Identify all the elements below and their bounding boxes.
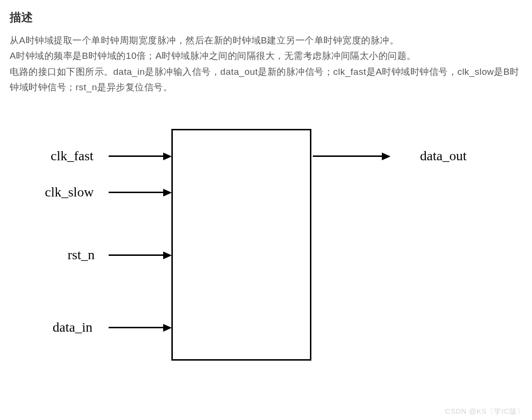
- label-clk-fast: clk_fast: [51, 148, 94, 164]
- arrow-rst-n-head: [163, 252, 172, 259]
- label-data-out: data_out: [420, 148, 466, 164]
- arrow-data-out-line: [313, 155, 383, 157]
- arrow-clk-slow-line: [109, 192, 164, 193]
- block-diagram: clk_fast clk_slow rst_n data_in data_out: [10, 114, 521, 385]
- arrow-clk-fast-head: [163, 153, 172, 160]
- arrow-clk-slow-head: [163, 189, 172, 196]
- label-clk-slow: clk_slow: [45, 184, 94, 200]
- description-block: 从A时钟域提取一个单时钟周期宽度脉冲，然后在新的时钟域B建立另一个单时钟宽度的脉…: [10, 33, 522, 95]
- arrow-data-out-head: [382, 153, 391, 160]
- watermark: CSDN @KS〔学IC版〕: [445, 407, 524, 416]
- label-rst-n: rst_n: [68, 247, 95, 263]
- arrow-data-in-head: [163, 324, 172, 332]
- label-data-in: data_in: [53, 320, 92, 335]
- section-heading: 描述: [10, 10, 522, 25]
- description-line-3: 电路的接口如下图所示。data_in是脉冲输入信号，data_out是新的脉冲信…: [10, 67, 519, 92]
- description-line-1: 从A时钟域提取一个单时钟周期宽度脉冲，然后在新的时钟域B建立另一个单时钟宽度的脉…: [10, 35, 399, 45]
- arrow-data-in-line: [109, 327, 164, 328]
- module-block: [171, 129, 311, 361]
- description-line-2: A时钟域的频率是B时钟域的10倍；A时钟域脉冲之间的间隔很大，无需考虑脉冲间隔太…: [10, 51, 416, 61]
- arrow-rst-n-line: [109, 254, 164, 256]
- arrow-clk-fast-line: [109, 155, 164, 157]
